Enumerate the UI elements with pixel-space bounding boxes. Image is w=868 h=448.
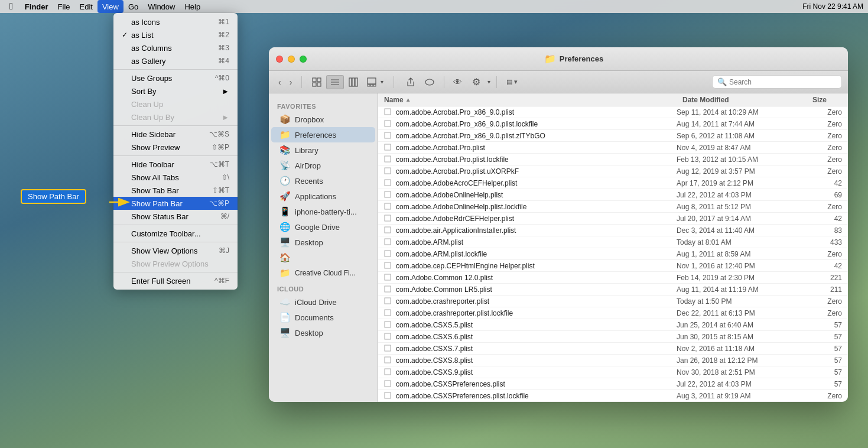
svg-rect-18 [385, 132, 391, 138]
sidebar-item-icloud-drive[interactable]: ☁️ iCloud Drive [271, 294, 375, 310]
menu-sort-by[interactable]: Sort By ► [113, 85, 238, 98]
view-as-columns-button[interactable] [344, 75, 362, 89]
table-row[interactable]: com.adobe.Acrobat.Pro_x86_9.0.plist Sep … [378, 106, 848, 118]
svg-rect-29 [385, 262, 391, 268]
file-size: 433 [807, 238, 848, 246]
sidebar-item-google-drive[interactable]: 🌐 Google Drive [271, 219, 375, 235]
file-date: Jul 22, 2012 at 4:03 PM [677, 191, 807, 199]
svg-rect-20 [385, 156, 391, 162]
view-as-icons-button[interactable] [308, 75, 326, 89]
table-row[interactable]: com.adobe.ARM.plist.lockfile Aug 1, 2011… [378, 248, 848, 260]
table-row[interactable]: com.adobe.air.ApplicationInstaller.plist… [378, 225, 848, 236]
sidebar-item-documents[interactable]: 📄 Documents [271, 310, 375, 325]
menu-show-preview[interactable]: Show Preview ⇧⌘P [113, 141, 238, 154]
table-row[interactable]: com.adobe.CSXSPreferences.plist.lockfile… [378, 390, 848, 402]
sidebar-item-iphone-battery[interactable]: 📱 iphone-battery-ti... [271, 204, 375, 219]
table-row[interactable]: com.adobe.crashreporter.plist Today at 1… [378, 296, 848, 307]
table-row[interactable]: com.adobe.AdobeAcroCEFHelper.plist Apr 1… [378, 177, 848, 189]
menu-enter-fullscreen[interactable]: Enter Full Screen ^⌘F [113, 274, 238, 287]
menubar-go[interactable]: Go [123, 0, 143, 13]
action-button[interactable]: ⚙ [469, 74, 484, 90]
menubar-view[interactable]: View [97, 0, 123, 13]
menu-shortcut: ⌥⌘S [209, 130, 229, 138]
menu-customize-toolbar[interactable]: Customize Toolbar... [113, 227, 238, 240]
quicklook-button[interactable]: 👁 [450, 76, 465, 88]
menu-show-all-tabs[interactable]: Show All Tabs ⇧\ [113, 171, 238, 184]
file-date: Aug 14, 2011 at 7:44 AM [677, 120, 807, 128]
view-as-gallery-button[interactable]: ▾ [363, 75, 388, 89]
close-button[interactable] [276, 56, 283, 63]
file-icon [384, 274, 396, 282]
favorites-label: Favorites [269, 98, 378, 112]
sidebar-item-creative-cloud[interactable]: 📁 Creative Cloud Fi... [271, 265, 375, 281]
view-as-list-button[interactable] [326, 75, 344, 89]
share-button[interactable] [402, 75, 419, 89]
menubar-window[interactable]: Window [143, 0, 180, 13]
sidebar-item-preferences[interactable]: 📁 Preferences [271, 127, 375, 142]
menu-show-view-options[interactable]: Show View Options ⌘J [113, 244, 238, 257]
table-row[interactable]: com.adobe.AdobeOnlineHelp.plist.lockfile… [378, 201, 848, 213]
menu-label: Show All Tabs [131, 173, 222, 182]
sidebar-item-recents[interactable]: 🕐 Recents [271, 173, 375, 189]
menu-as-gallery[interactable]: as Gallery ⌘4 [113, 54, 238, 67]
header-date[interactable]: Date Modified [677, 96, 807, 104]
menu-as-columns[interactable]: as Columns ⌘3 [113, 41, 238, 54]
header-size[interactable]: Size [807, 96, 848, 104]
back-button[interactable]: ‹ [275, 75, 285, 89]
sidebar-item-home[interactable]: 🏠 [271, 250, 375, 265]
table-row[interactable]: com.adobe.crashreporter.plist.lockfile D… [378, 307, 848, 319]
table-row[interactable]: com.adobe.ARM.plist Today at 8:01 AM 433 [378, 236, 848, 248]
table-row[interactable]: com.Adobe.Common LR5.plist Aug 11, 2014 … [378, 284, 848, 296]
table-row[interactable]: com.adobe.AdobeRdrCEFHelper.plist Jul 20… [378, 213, 848, 225]
file-size: 57 [807, 345, 848, 353]
svg-rect-27 [385, 239, 391, 245]
sidebar-item-library[interactable]: 📚 Library [271, 142, 375, 158]
tag-button[interactable] [421, 75, 438, 89]
menu-as-icons[interactable]: as Icons ⌘1 [113, 15, 238, 28]
table-row[interactable]: com.adobe.Acrobat.Pro.plist.uXORPkF Aug … [378, 165, 848, 177]
recents-icon: 🕐 [279, 176, 290, 186]
apple-menu[interactable]:  [5, 0, 18, 13]
menubar-help[interactable]: Help [180, 0, 205, 13]
table-row[interactable]: com.adobe.Acrobat.Pro.plist Nov 4, 2019 … [378, 142, 848, 154]
sidebar-item-applications[interactable]: 🚀 Applications [271, 189, 375, 204]
table-row[interactable]: com.adobe.CSXSPreferences.plist Jul 22, … [378, 378, 848, 390]
menu-use-groups[interactable]: Use Groups ^⌘0 [113, 72, 238, 85]
table-row[interactable]: com.adobe.Acrobat.Pro_x86_9.0.plist.zlTY… [378, 130, 848, 142]
sidebar-item-airdrop[interactable]: 📡 AirDrop [271, 158, 375, 173]
sidebar-item-desktop[interactable]: 🖥️ Desktop [271, 235, 375, 250]
submenu-arrow-icon: ► [222, 87, 229, 96]
table-row[interactable]: com.adobe.AdobeOnlineHelp.plist Jul 22, … [378, 189, 848, 201]
table-row[interactable]: com.adobe.CSXS.6.plist Jun 30, 2015 at 8… [378, 331, 848, 343]
header-name[interactable]: Name ▲ [378, 96, 677, 104]
table-row[interactable]: com.adobe.CSXS.8.plist Jan 26, 2018 at 1… [378, 355, 848, 366]
finder-window: 📁 Preferences ‹ › [269, 47, 848, 402]
file-name: com.adobe.AdobeRdrCEFHelper.plist [396, 215, 677, 223]
sidebar-item-dropbox[interactable]: 📦 Dropbox [271, 112, 375, 127]
arrange-button[interactable]: ▤ ▾ [503, 76, 521, 88]
table-row[interactable]: com.adobe.CSXS.7.plist Nov 2, 2016 at 11… [378, 343, 848, 355]
file-icon [384, 203, 396, 211]
table-row[interactable]: com.adobe.CSXS.9.plist Nov 30, 2018 at 2… [378, 366, 848, 378]
menu-hide-sidebar[interactable]: Hide Sidebar ⌥⌘S [113, 128, 238, 141]
table-row[interactable]: com.adobe.Acrobat.Pro.plist.lockfile Feb… [378, 154, 848, 165]
svg-rect-26 [385, 227, 391, 233]
maximize-button[interactable] [300, 56, 307, 63]
sidebar-item-desktop-icloud[interactable]: 🖥️ Desktop [271, 325, 375, 340]
menu-as-list[interactable]: ✓ as List ⌘2 [113, 28, 238, 41]
forward-button[interactable]: › [286, 75, 296, 89]
table-row[interactable]: com.adobe.CSXS.5.plist Jun 25, 2014 at 6… [378, 319, 848, 331]
menu-hide-toolbar[interactable]: Hide Toolbar ⌥⌘T [113, 158, 238, 171]
search-bar[interactable]: 🔍 [712, 75, 842, 89]
menubar-edit[interactable]: Edit [75, 0, 97, 13]
table-row[interactable]: com.adobe.Acrobat.Pro_x86_9.0.plist.lock… [378, 118, 848, 130]
search-input[interactable] [729, 78, 837, 86]
minimize-button[interactable] [288, 56, 295, 63]
file-size: 83 [807, 226, 848, 235]
menu-label: Show View Options [131, 246, 219, 255]
menubar-file[interactable]: File [53, 0, 75, 13]
applications-icon: 🚀 [279, 191, 290, 202]
menubar-finder[interactable]: Finder [20, 0, 53, 13]
table-row[interactable]: com.adobe.cep.CEPHtmlEngine Helper.plist… [378, 260, 848, 272]
table-row[interactable]: com.Adobe.Common 12.0.plist Feb 14, 2019… [378, 272, 848, 284]
